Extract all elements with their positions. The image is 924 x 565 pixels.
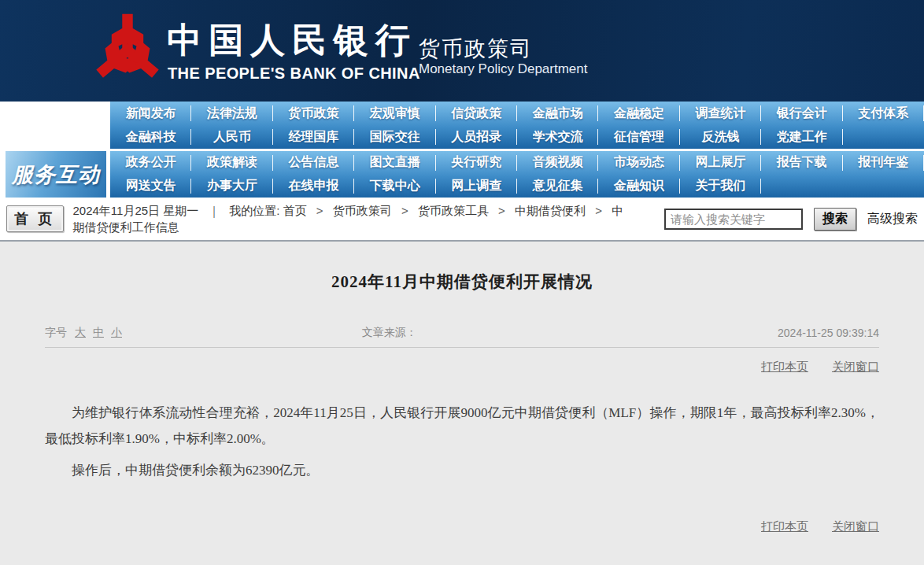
nav-item-report-download[interactable]: 报告下载 — [761, 151, 842, 175]
bottom-actions-row: 打印本页 关闭窗口 — [45, 519, 879, 534]
nav-row-3: 政务公开 政策解读 公告信息 图文直播 央行研究 音频视频 市场动态 网上展厅 … — [110, 151, 924, 175]
date-divider: ｜ — [208, 204, 220, 217]
close-window-link[interactable]: 关闭窗口 — [832, 519, 879, 534]
breadcrumb-bar: 首 页 2024年11月25日 星期一 ｜ 我的位置: 首页 > 货币政策司 >… — [0, 198, 924, 242]
advanced-search-link[interactable]: 高级搜索 — [867, 211, 918, 227]
nav-row-2: 金融科技 人民币 经理国库 国际交往 人员招录 学术交流 征信管理 反洗钱 党建… — [110, 125, 924, 149]
search-zone: 搜索 高级搜索 — [664, 208, 918, 231]
site-header: 中国人民银行 THE PEOPLE'S BANK OF CHINA 货币政策司 … — [0, 0, 924, 102]
article-paragraph: 为维护银行体系流动性合理充裕，2024年11月25日，人民银行开展9000亿元中… — [45, 400, 879, 452]
home-button[interactable]: 首 页 — [6, 205, 64, 232]
service-nav: 服务互动 政务公开 政策解读 公告信息 图文直播 央行研究 音频视频 市场动态 … — [0, 151, 924, 198]
nav-item-recruitment[interactable]: 人员招录 — [436, 125, 517, 149]
close-window-link[interactable]: 关闭窗口 — [832, 360, 879, 375]
nav-item-international[interactable]: 国际交往 — [354, 125, 435, 149]
font-size-large[interactable]: 大 — [75, 326, 86, 340]
top-actions-row: 打印本页 关闭窗口 — [45, 360, 879, 375]
nav-item-credit-policy[interactable]: 信贷政策 — [436, 102, 517, 125]
nav-item-monetary-policy[interactable]: 货币政策 — [273, 102, 354, 125]
nav-item-live-broadcast[interactable]: 图文直播 — [354, 151, 435, 175]
nav-item-laws[interactable]: 法律法规 — [191, 102, 272, 125]
nav-item-statistics[interactable]: 调查统计 — [680, 102, 761, 125]
breadcrumb-mlf[interactable]: 中期借贷便利 — [515, 204, 586, 217]
nav-item-market-dynamics[interactable]: 市场动态 — [598, 151, 679, 175]
breadcrumb-tools[interactable]: 货币政策工具 — [418, 204, 489, 217]
nav-item-research[interactable]: 央行研究 — [436, 151, 517, 175]
breadcrumb-separator: > — [595, 204, 602, 217]
font-size-medium[interactable]: 中 — [93, 326, 104, 340]
primary-nav-menu: 新闻发布 法律法规 货币政策 宏观审慎 信贷政策 金融市场 金融稳定 调查统计 … — [110, 102, 924, 149]
nav-item-gov-disclosure[interactable]: 政务公开 — [110, 151, 191, 175]
date-label: 2024年11月25日 星期一 — [73, 204, 199, 217]
nav-item-macroprudential[interactable]: 宏观审慎 — [354, 102, 435, 125]
nav-item-academic[interactable]: 学术交流 — [517, 125, 598, 149]
nav-item-treasury[interactable]: 经理国库 — [273, 125, 354, 149]
search-button[interactable]: 搜索 — [814, 208, 856, 231]
department-name-chinese: 货币政策司 — [419, 35, 533, 63]
breadcrumb-separator: > — [401, 204, 408, 217]
breadcrumb: 2024年11月25日 星期一 ｜ 我的位置: 首页 > 货币政策司 > 货币政… — [73, 202, 624, 235]
font-size-small[interactable]: 小 — [111, 326, 122, 340]
nav-row-1: 新闻发布 法律法规 货币政策 宏观审慎 信贷政策 金融市场 金融稳定 调查统计 … — [110, 102, 924, 125]
location-prefix: 我的位置: — [229, 204, 279, 217]
nav-item-credit-info[interactable]: 征信管理 — [598, 125, 679, 149]
nav-item-financial-markets[interactable]: 金融市场 — [517, 102, 598, 125]
article-content: 2024年11月中期借贷便利开展情况 字号 大 中 小 文章来源： 2024-1… — [0, 271, 924, 534]
nav-item-news[interactable]: 新闻发布 — [110, 102, 191, 125]
nav-item-financial-stability[interactable]: 金融稳定 — [598, 102, 679, 125]
font-size-label: 字号 — [45, 326, 67, 340]
nav-item-online-filing[interactable]: 在线申报 — [273, 175, 354, 198]
nav-row4-filler — [761, 175, 924, 198]
nav-row2-filler — [843, 125, 924, 149]
font-size-controls: 字号 大 中 小 — [45, 326, 362, 340]
breadcrumb-separator: > — [316, 204, 323, 217]
nav-item-accounting[interactable]: 银行会计 — [761, 102, 842, 125]
nav-item-aml[interactable]: 反洗钱 — [680, 125, 761, 149]
primary-nav: 新闻发布 法律法规 货币政策 宏观审慎 信贷政策 金融市场 金融稳定 调查统计 … — [0, 102, 924, 149]
search-input[interactable] — [664, 209, 803, 230]
nav-item-policy-interpretation[interactable]: 政策解读 — [191, 151, 272, 175]
nav-item-party-building[interactable]: 党建工作 — [761, 125, 842, 149]
article-meta-row: 字号 大 中 小 文章来源： 2024-11-25 09:39:14 — [45, 326, 879, 348]
nav-item-audio-video[interactable]: 音频视频 — [517, 151, 598, 175]
nav-item-opinion-collection[interactable]: 意见征集 — [517, 175, 598, 198]
print-page-link[interactable]: 打印本页 — [761, 360, 808, 375]
nav-item-about-us[interactable]: 关于我们 — [680, 175, 761, 198]
nav-item-renminbi[interactable]: 人民币 — [191, 125, 272, 149]
service-nav-menu: 政务公开 政策解读 公告信息 图文直播 央行研究 音频视频 市场动态 网上展厅 … — [110, 151, 924, 198]
bank-name-chinese: 中国人民银行 — [167, 17, 417, 64]
service-interaction-label: 服务互动 — [12, 161, 100, 189]
nav-item-service-hall[interactable]: 办事大厅 — [191, 175, 272, 198]
service-left-margin — [0, 151, 6, 198]
nav-item-fintech[interactable]: 金融科技 — [110, 125, 191, 149]
nav-item-online-survey[interactable]: 网上调查 — [436, 175, 517, 198]
nav-item-announcements[interactable]: 公告信息 — [273, 151, 354, 175]
breadcrumb-home[interactable]: 首页 — [283, 204, 307, 217]
breadcrumb-dept[interactable]: 货币政策司 — [333, 204, 392, 217]
article-body: 为维护银行体系流动性合理充裕，2024年11月25日，人民银行开展9000亿元中… — [45, 400, 879, 483]
print-page-link[interactable]: 打印本页 — [761, 519, 808, 534]
page-title: 2024年11月中期借贷便利开展情况 — [45, 271, 879, 293]
nav-item-online-gallery[interactable]: 网上展厅 — [680, 151, 761, 175]
article-timestamp: 2024-11-25 09:39:14 — [778, 327, 879, 339]
nav-item-periodicals[interactable]: 报刊年鉴 — [843, 151, 924, 175]
nav-left-spacer — [0, 102, 110, 149]
nav-item-download-center[interactable]: 下载中心 — [354, 175, 435, 198]
article-paragraph: 操作后，中期借贷便利余额为62390亿元。 — [45, 457, 879, 483]
department-name-english: Monetary Policy Department — [419, 61, 587, 77]
pboc-logo-icon — [88, 9, 167, 91]
article-source-label: 文章来源： — [362, 326, 778, 340]
nav-item-payment-system[interactable]: 支付体系 — [843, 102, 924, 125]
breadcrumb-separator: > — [498, 204, 505, 217]
bank-name-english: THE PEOPLE'S BANK OF CHINA — [168, 65, 420, 83]
nav-item-financial-knowledge[interactable]: 金融知识 — [598, 175, 679, 198]
nav-row-4: 网送文告 办事大厅 在线申报 下载中心 网上调查 意见征集 金融知识 关于我们 — [110, 175, 924, 198]
nav-item-web-notices[interactable]: 网送文告 — [110, 175, 191, 198]
service-interaction-block[interactable]: 服务互动 — [6, 151, 106, 198]
